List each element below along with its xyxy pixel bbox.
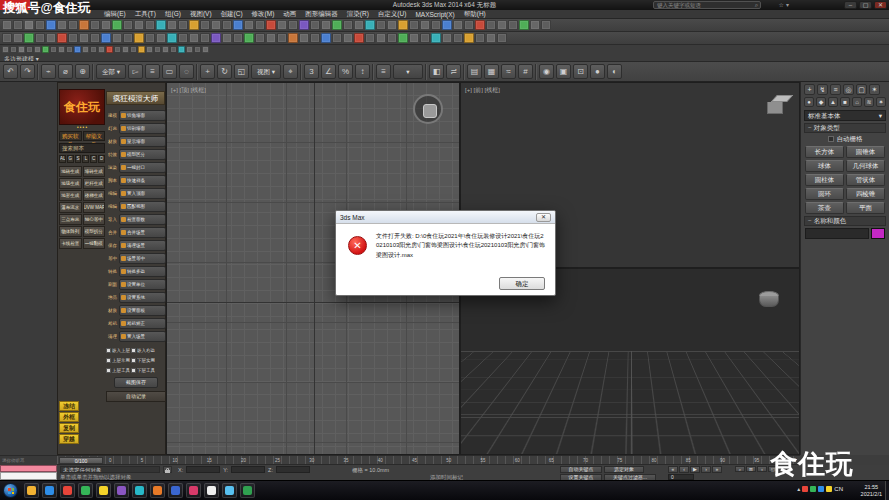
coord-y-input[interactable] xyxy=(231,466,265,473)
object-name-input[interactable] xyxy=(805,228,869,239)
plugin-filter-button[interactable]: C xyxy=(90,155,97,163)
main-toolbar-button[interactable]: ≡ xyxy=(376,64,391,79)
taskbar-app-icon[interactable] xyxy=(168,483,183,498)
viewport-top-label[interactable]: [+] [顶] [线框] xyxy=(171,86,206,95)
main-toolbar-button[interactable]: ▣ xyxy=(556,64,571,79)
coord-x-input[interactable] xyxy=(186,466,220,473)
toolbar-icon[interactable] xyxy=(475,33,485,43)
toolbar-icon[interactable] xyxy=(387,33,397,43)
menu-item[interactable]: 自定义(U) xyxy=(378,10,407,19)
toolbar-icon[interactable] xyxy=(189,33,199,43)
toolbar-icon[interactable] xyxy=(156,20,166,30)
ribbon-icon[interactable] xyxy=(18,46,25,53)
main-toolbar-button[interactable]: 3 xyxy=(304,64,319,79)
ribbon-icon[interactable] xyxy=(50,46,57,53)
toolbar-icon[interactable] xyxy=(167,33,177,43)
toolbar-icon[interactable] xyxy=(486,33,496,43)
plugin-tool-button[interactable]: 三点布光 xyxy=(59,214,82,225)
toolbar-icon[interactable] xyxy=(288,20,298,30)
plugin-tool-button[interactable]: 置入场景 xyxy=(119,331,166,342)
main-toolbar-button[interactable]: 视图 ▾ xyxy=(251,64,281,79)
ribbon-icon[interactable] xyxy=(98,46,105,53)
plugin-tab[interactable]: 帮助文件 xyxy=(83,131,106,141)
menu-item[interactable]: 编辑(E) xyxy=(104,10,126,19)
ribbon-icon[interactable] xyxy=(66,46,73,53)
main-toolbar-button[interactable]: ▭ xyxy=(162,64,177,79)
ribbon-icon[interactable] xyxy=(202,46,209,53)
toolbar-icon[interactable] xyxy=(343,33,353,43)
toolbar-icon[interactable] xyxy=(442,20,452,30)
toolbar-icon[interactable] xyxy=(453,20,463,30)
window-control-button[interactable]: ▢ xyxy=(859,1,872,9)
primitive-button[interactable]: 茶壶 xyxy=(805,202,844,214)
toolbar-icon[interactable] xyxy=(310,20,320,30)
ribbon-tab-polymodeling[interactable]: 多边形建模 ▾ xyxy=(4,55,39,62)
plugin-tool-button[interactable]: 合并场景 xyxy=(119,227,166,238)
primitive-button[interactable]: 管状体 xyxy=(846,174,885,186)
menu-item[interactable]: 修改(M) xyxy=(252,10,275,19)
plugin-search-input[interactable]: 搜索脚本 xyxy=(59,143,105,153)
tray-expand-icon[interactable]: ▴ xyxy=(797,485,800,492)
plugin-tool-button[interactable]: 显示墙面 xyxy=(119,136,166,147)
primitive-button[interactable]: 平面 xyxy=(846,202,885,214)
main-toolbar-button[interactable]: ◐ xyxy=(607,64,622,79)
viewport-nav-icon[interactable]: ⊞ xyxy=(746,466,756,472)
plugin-tab[interactable]: 购买软件 xyxy=(59,131,82,141)
plugin-tool-button[interactable]: 检查面数 xyxy=(119,214,166,225)
taskbar-app-icon[interactable] xyxy=(240,483,255,498)
ribbon-icon[interactable] xyxy=(90,46,97,53)
taskbar-app-icon[interactable] xyxy=(204,483,219,498)
viewcube-icon[interactable] xyxy=(767,95,789,117)
plugin-tool-button[interactable]: 设置面板 xyxy=(119,305,166,316)
primitive-button[interactable]: 圆柱体 xyxy=(805,174,844,186)
primitive-button[interactable]: 四棱锥 xyxy=(846,188,885,200)
toolbar-icon[interactable] xyxy=(68,33,78,43)
main-toolbar-button[interactable]: ↷ xyxy=(20,64,35,79)
main-toolbar-button[interactable] xyxy=(196,64,198,80)
ribbon-icon[interactable] xyxy=(26,46,33,53)
plugin-tool-button[interactable]: 地形生成 xyxy=(59,190,82,201)
object-color-swatch[interactable] xyxy=(871,228,885,239)
ribbon-icon[interactable] xyxy=(194,46,201,53)
main-toolbar-button[interactable]: 全部 ▾ xyxy=(96,64,126,79)
toolbar-icon[interactable] xyxy=(387,20,397,30)
toolbar-icon[interactable] xyxy=(123,33,133,43)
titlebar-icon[interactable]: ☆ xyxy=(779,1,784,8)
plugin-filter-button[interactable]: L xyxy=(82,155,89,163)
command-panel-tab-icon[interactable]: ↯ xyxy=(817,84,828,95)
rollout-object-type[interactable]: −对象类型 xyxy=(804,123,886,133)
ribbon-icon[interactable] xyxy=(114,46,121,53)
toolbar-icon[interactable] xyxy=(79,33,89,43)
toolbar-icon[interactable] xyxy=(101,20,111,30)
toolbar-icon[interactable] xyxy=(321,33,331,43)
search-input[interactable]: 键入关键字或短语 ⌕ xyxy=(653,1,761,9)
main-toolbar-button[interactable] xyxy=(37,64,39,80)
plugin-tool-button[interactable]: 栏杆生成 xyxy=(83,178,106,189)
toolbar-icon[interactable] xyxy=(332,33,342,43)
toolbar-icon[interactable] xyxy=(178,20,188,30)
ribbon-icon[interactable] xyxy=(146,46,153,53)
toolbar-icon[interactable] xyxy=(398,33,408,43)
coord-z-input[interactable] xyxy=(276,466,310,473)
timeline-track[interactable]: 0/100 0510152025303540455055606570758085… xyxy=(57,455,800,465)
plugin-filter-button[interactable]: ALL xyxy=(59,155,66,163)
toolbar-icon[interactable] xyxy=(409,33,419,43)
taskbar-app-icon[interactable] xyxy=(24,483,39,498)
geometry-category-icon[interactable]: ■ xyxy=(840,97,850,107)
toolbar-icon[interactable] xyxy=(420,33,430,43)
taskbar-app-icon[interactable] xyxy=(60,483,75,498)
geometry-category-icon[interactable]: ◆ xyxy=(816,97,826,107)
toolbar-icon[interactable] xyxy=(2,33,12,43)
toolbar-icon[interactable] xyxy=(233,20,243,30)
plugin-tool-button[interactable]: 设置系统 xyxy=(119,292,166,303)
toolbar-icon[interactable] xyxy=(222,33,232,43)
main-toolbar-button[interactable]: ◱ xyxy=(234,64,249,79)
primitive-button[interactable]: 球体 xyxy=(805,160,844,172)
toolbar-icon[interactable] xyxy=(189,20,199,30)
main-toolbar-button[interactable] xyxy=(535,64,537,80)
checkbox[interactable] xyxy=(131,358,136,363)
plugin-tool-button[interactable]: 置入顶面 xyxy=(119,188,166,199)
checkbox[interactable] xyxy=(131,348,136,353)
toolbar-icon[interactable] xyxy=(255,33,265,43)
main-toolbar-button[interactable] xyxy=(92,64,94,80)
